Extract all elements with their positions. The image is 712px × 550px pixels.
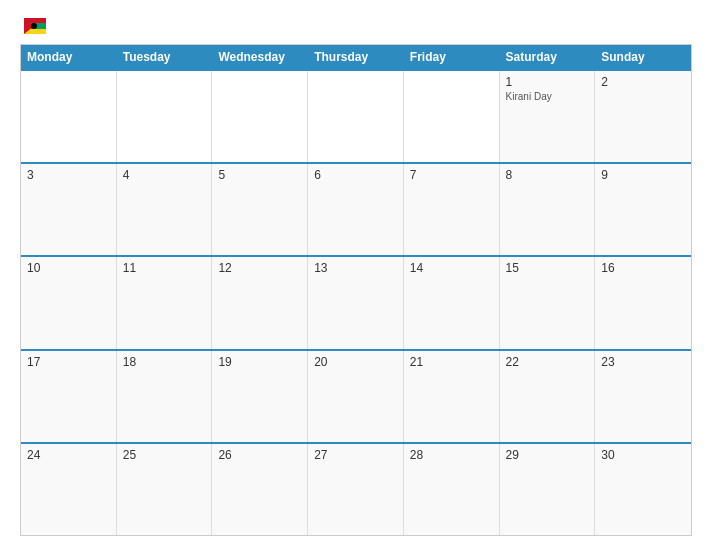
calendar-cell <box>21 71 117 162</box>
weekday-header-monday: Monday <box>21 45 117 69</box>
day-number: 28 <box>410 448 493 462</box>
day-number: 10 <box>27 261 110 275</box>
calendar-header: MondayTuesdayWednesdayThursdayFridaySatu… <box>21 45 691 69</box>
calendar-cell <box>404 71 500 162</box>
svg-point-5 <box>31 23 37 29</box>
weekday-header-saturday: Saturday <box>500 45 596 69</box>
calendar-cell: 12 <box>212 257 308 348</box>
calendar-cell: 18 <box>117 351 213 442</box>
calendar-cell: 1Kirani Day <box>500 71 596 162</box>
calendar-week-3: 10111213141516 <box>21 255 691 348</box>
calendar-cell: 26 <box>212 444 308 535</box>
calendar-cell: 15 <box>500 257 596 348</box>
weekday-header-tuesday: Tuesday <box>117 45 213 69</box>
calendar-cell: 23 <box>595 351 691 442</box>
day-number: 23 <box>601 355 685 369</box>
day-number: 12 <box>218 261 301 275</box>
calendar-cell: 6 <box>308 164 404 255</box>
day-number: 20 <box>314 355 397 369</box>
calendar-cell: 30 <box>595 444 691 535</box>
calendar-cell: 17 <box>21 351 117 442</box>
calendar-cell: 24 <box>21 444 117 535</box>
calendar-cell: 20 <box>308 351 404 442</box>
calendar-cell: 27 <box>308 444 404 535</box>
calendar-cell: 2 <box>595 71 691 162</box>
day-number: 3 <box>27 168 110 182</box>
day-number: 2 <box>601 75 685 89</box>
calendar-cell: 25 <box>117 444 213 535</box>
calendar-cell: 10 <box>21 257 117 348</box>
calendar-cell: 16 <box>595 257 691 348</box>
weekday-header-sunday: Sunday <box>595 45 691 69</box>
day-number: 4 <box>123 168 206 182</box>
day-number: 13 <box>314 261 397 275</box>
logo-flag-icon <box>24 18 46 34</box>
day-number: 14 <box>410 261 493 275</box>
calendar: MondayTuesdayWednesdayThursdayFridaySatu… <box>20 44 692 536</box>
weekday-header-friday: Friday <box>404 45 500 69</box>
calendar-body: 1Kirani Day23456789101112131415161718192… <box>21 69 691 535</box>
day-number: 9 <box>601 168 685 182</box>
calendar-cell: 3 <box>21 164 117 255</box>
day-number: 6 <box>314 168 397 182</box>
day-number: 15 <box>506 261 589 275</box>
day-number: 29 <box>506 448 589 462</box>
day-number: 22 <box>506 355 589 369</box>
day-number: 30 <box>601 448 685 462</box>
day-number: 19 <box>218 355 301 369</box>
calendar-cell: 21 <box>404 351 500 442</box>
calendar-cell: 5 <box>212 164 308 255</box>
calendar-cell: 19 <box>212 351 308 442</box>
day-number: 24 <box>27 448 110 462</box>
page: MondayTuesdayWednesdayThursdayFridaySatu… <box>0 0 712 550</box>
calendar-cell <box>117 71 213 162</box>
day-number: 16 <box>601 261 685 275</box>
weekday-header-wednesday: Wednesday <box>212 45 308 69</box>
day-number: 7 <box>410 168 493 182</box>
calendar-week-4: 17181920212223 <box>21 349 691 442</box>
calendar-week-5: 24252627282930 <box>21 442 691 535</box>
calendar-cell: 22 <box>500 351 596 442</box>
day-number: 11 <box>123 261 206 275</box>
day-number: 26 <box>218 448 301 462</box>
logo <box>20 18 50 34</box>
calendar-cell: 4 <box>117 164 213 255</box>
weekday-header-thursday: Thursday <box>308 45 404 69</box>
calendar-cell: 11 <box>117 257 213 348</box>
calendar-cell: 29 <box>500 444 596 535</box>
calendar-week-2: 3456789 <box>21 162 691 255</box>
calendar-cell: 13 <box>308 257 404 348</box>
day-number: 25 <box>123 448 206 462</box>
day-number: 21 <box>410 355 493 369</box>
holiday-label: Kirani Day <box>506 91 589 102</box>
calendar-cell: 28 <box>404 444 500 535</box>
calendar-cell: 7 <box>404 164 500 255</box>
day-number: 18 <box>123 355 206 369</box>
calendar-cell: 8 <box>500 164 596 255</box>
day-number: 1 <box>506 75 589 89</box>
calendar-week-1: 1Kirani Day2 <box>21 69 691 162</box>
calendar-cell: 14 <box>404 257 500 348</box>
calendar-cell <box>308 71 404 162</box>
day-number: 5 <box>218 168 301 182</box>
calendar-cell <box>212 71 308 162</box>
day-number: 8 <box>506 168 589 182</box>
day-number: 17 <box>27 355 110 369</box>
header <box>20 18 692 34</box>
day-number: 27 <box>314 448 397 462</box>
calendar-cell: 9 <box>595 164 691 255</box>
